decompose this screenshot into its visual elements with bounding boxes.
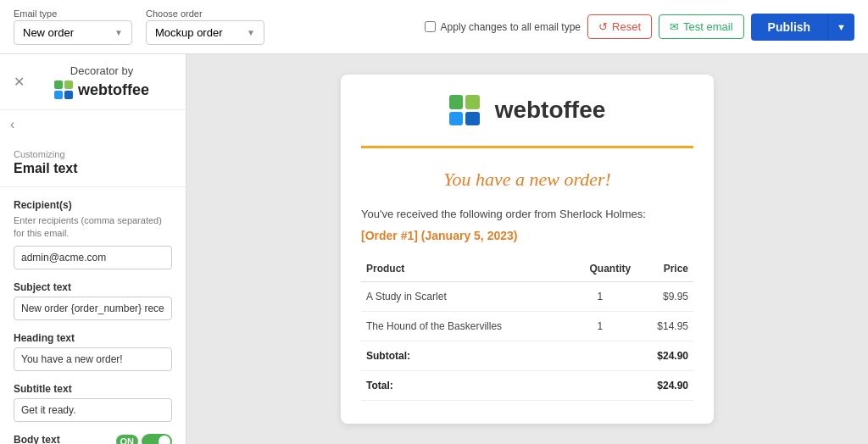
sidebar-brand: Decorator by webtoffee <box>31 64 172 99</box>
brand-name: webtoffee <box>78 81 149 99</box>
recipients-label: Recipient(s) <box>14 199 172 211</box>
email-body: You have a new order! You've received th… <box>341 148 714 421</box>
email-type-select[interactable]: New order ▼ <box>14 20 132 45</box>
email-logo-sq1 <box>449 95 464 109</box>
publish-dropdown-button[interactable]: ▼ <box>827 14 854 41</box>
body-label: Body text <box>14 434 60 444</box>
email-type-label: Email type <box>14 8 132 19</box>
reset-icon: ↺ <box>598 20 608 33</box>
logo-sq-blue2 <box>64 91 73 99</box>
email-logo: webtoffee <box>449 95 606 125</box>
choose-order-value: Mockup order <box>155 26 222 39</box>
reset-label: Reset <box>612 20 641 33</box>
main: ✕ Decorator by webtoffee ‹ C <box>0 54 868 444</box>
total-label: Total: <box>361 371 565 401</box>
email-logo-sq2 <box>465 95 480 109</box>
total-value: $24.90 <box>636 371 693 401</box>
subtitle-label: Subtitle text <box>14 383 172 395</box>
row-price-1: $14.95 <box>636 312 693 341</box>
email-order-date: (January 5, 2023) <box>418 229 518 242</box>
reset-button[interactable]: ↺ Reset <box>587 14 652 39</box>
recipients-input[interactable] <box>14 246 172 269</box>
subtitle-field-group: Subtitle text <box>14 383 172 422</box>
toggle-thumb <box>159 436 170 444</box>
row-product-0: A Study in Scarlet <box>361 282 565 312</box>
subtotal-label: Subtotal: <box>361 341 565 371</box>
logo-sq-blue1 <box>54 91 63 99</box>
publish-group: Publish ▼ <box>751 14 854 41</box>
logo-sq-green1 <box>54 80 63 89</box>
row-price-0: $9.95 <box>636 282 693 312</box>
email-type-group: Email type New order ▼ <box>14 8 132 45</box>
row-quantity-1: 1 <box>565 312 636 341</box>
email-intro: You've received the following order from… <box>361 208 693 220</box>
apply-all-label: Apply changes to all email type <box>441 21 581 33</box>
email-type-value: New order <box>23 26 74 39</box>
email-card: webtoffee You have a new order! You've r… <box>341 75 714 424</box>
email-order-line: [Order #1] (January 5, 2023) <box>361 229 693 242</box>
table-footer: Subtotal: $24.90 Total: $24.90 <box>361 341 693 401</box>
toggle-label: ON <box>116 435 139 444</box>
email-logo-sq3 <box>449 112 464 126</box>
row-quantity-0: 1 <box>565 282 636 312</box>
email-table: Product Quantity Price A Study in Scarle… <box>361 256 693 401</box>
email-heading: You have a new order! <box>361 169 693 191</box>
logo-sq-lime <box>64 80 73 89</box>
subtitle-input[interactable] <box>14 398 172 422</box>
brand-title: Decorator by <box>70 64 133 77</box>
choose-order-select[interactable]: Mockup order ▼ <box>146 20 264 45</box>
col-price: Price <box>636 256 693 282</box>
brand-logo: webtoffee <box>54 80 149 99</box>
body-field-group: Body text ON You've received the followi… <box>14 434 172 444</box>
subject-label: Subject text <box>14 281 172 293</box>
back-button[interactable]: ‹ <box>0 110 25 139</box>
logo-squares <box>54 80 73 99</box>
subtotal-row: Subtotal: $24.90 <box>361 341 693 371</box>
apply-all-group: Apply changes to all email type <box>425 21 581 33</box>
publish-button[interactable]: Publish <box>751 14 828 41</box>
sidebar: ✕ Decorator by webtoffee ‹ C <box>0 54 186 444</box>
close-button[interactable]: ✕ <box>14 74 25 90</box>
subject-input[interactable] <box>14 297 172 320</box>
col-quantity: Quantity <box>565 256 636 282</box>
table-row: A Study in Scarlet 1 $9.95 <box>361 282 693 312</box>
recipients-field-group: Recipient(s) Enter recipients (comma sep… <box>14 199 172 269</box>
topbar-actions: Apply changes to all email type ↺ Reset … <box>425 14 854 41</box>
heading-label: Heading text <box>14 332 172 344</box>
choose-order-group: Choose order Mockup order ▼ <box>146 8 264 45</box>
preview-area: webtoffee You have a new order! You've r… <box>186 54 868 444</box>
chevron-down-icon: ▼ <box>114 28 123 37</box>
body-toggle[interactable]: ON <box>116 434 173 444</box>
apply-all-checkbox[interactable] <box>425 21 436 32</box>
total-row: Total: $24.90 <box>361 371 693 401</box>
toggle-track[interactable] <box>142 434 172 444</box>
customizing-title: Email text <box>0 161 186 187</box>
envelope-icon: ✉ <box>670 20 679 33</box>
customizing-label: Customizing <box>0 139 186 161</box>
sidebar-header: ✕ Decorator by webtoffee <box>0 54 186 110</box>
test-email-label: Test email <box>683 20 733 33</box>
heading-field-group: Heading text <box>14 332 172 371</box>
sidebar-content: Recipient(s) Enter recipients (comma sep… <box>0 187 186 444</box>
topbar: Email type New order ▼ Choose order Mock… <box>0 0 868 54</box>
body-label-row: Body text ON <box>14 434 172 444</box>
table-row: The Hound of the Baskervilles 1 $14.95 <box>361 312 693 341</box>
email-header: webtoffee <box>341 75 714 146</box>
chevron-down-icon-2: ▼ <box>247 28 255 37</box>
email-logo-sq4 <box>465 112 480 126</box>
col-product: Product <box>361 256 565 282</box>
row-product-1: The Hound of the Baskervilles <box>361 312 565 341</box>
email-brand-name: webtoffee <box>495 97 606 124</box>
subtotal-value: $24.90 <box>636 341 693 371</box>
test-email-button[interactable]: ✉ Test email <box>659 14 744 39</box>
email-order-link[interactable]: [Order #1] <box>361 229 418 242</box>
heading-input[interactable] <box>14 347 172 371</box>
choose-order-label: Choose order <box>146 8 264 19</box>
table-header-row: Product Quantity Price <box>361 256 693 282</box>
recipients-desc: Enter recipients (comma separated) for t… <box>14 214 172 241</box>
subject-field-group: Subject text <box>14 281 172 320</box>
